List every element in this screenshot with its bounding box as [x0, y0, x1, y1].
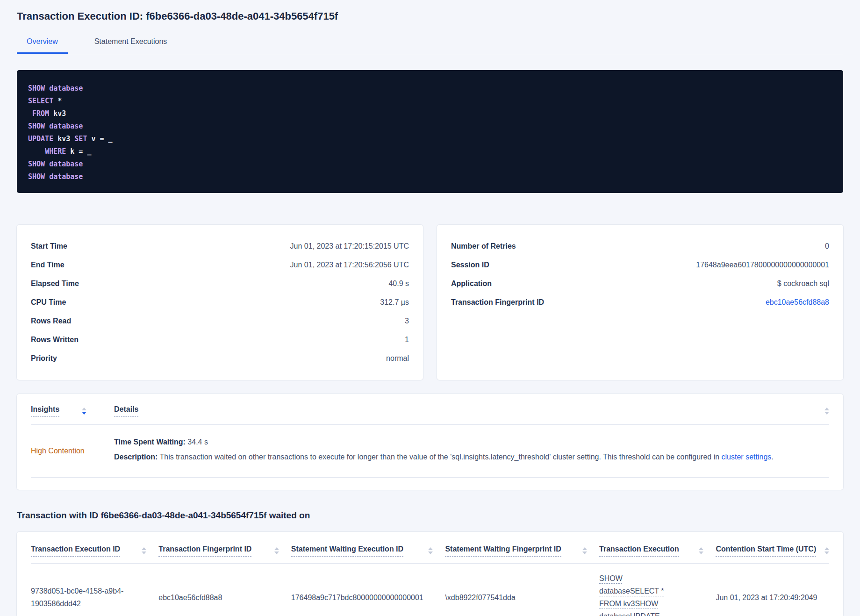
description-line: Description: This transaction waited on … [114, 451, 829, 463]
start-time-label: Start Time [31, 237, 67, 256]
description-label: Description: [114, 453, 158, 461]
sql-statement-line: UPDATE kv3 SET v = _ [28, 133, 832, 145]
tab-statement-executions[interactable]: Statement Executions [85, 34, 177, 54]
rows-written-value: 1 [405, 330, 409, 349]
page-title: Transaction Execution ID: f6be6366-da03-… [17, 10, 843, 22]
elapsed-time-value: 40.9 s [388, 274, 409, 293]
transaction-details-page: Transaction Execution ID: f6be6366-da03-… [0, 0, 860, 616]
cpu-time-label: CPU Time [31, 293, 66, 312]
transaction-execution-column-label[interactable]: Transaction Execution [599, 545, 679, 557]
sort-arrows-icon[interactable] [142, 547, 146, 554]
cell-contention-start-time: Jun 01, 2023 at 17:20:49:2049 [716, 591, 829, 604]
tab-overview[interactable]: Overview [17, 34, 68, 54]
sort-arrows-icon[interactable] [428, 547, 433, 554]
column-header-statement-waiting-execution-id: Statement Waiting Execution ID [291, 545, 445, 557]
details-column-label[interactable]: Details [114, 405, 138, 417]
start-time-value: Jun 01, 2023 at 17:20:15:2015 UTC [290, 237, 409, 256]
cluster-settings-link[interactable]: cluster settings [722, 453, 772, 461]
sql-statements-box: SHOW databaseSELECT * FROM kv3SHOW datab… [17, 70, 843, 193]
priority-label: Priority [31, 349, 57, 368]
kv-row-application: Application $ cockroach sql [451, 274, 829, 293]
application-value: $ cockroach sql [777, 274, 829, 293]
time-spent-waiting-label: Time Spent Waiting: [114, 438, 186, 446]
priority-value: normal [386, 349, 409, 368]
insights-column-label[interactable]: Insights [31, 405, 59, 417]
statement-waiting-fingerprint-id-column-label[interactable]: Statement Waiting Fingerprint ID [445, 545, 561, 557]
kv-row-start-time: Start Time Jun 01, 2023 at 17:20:15:2015… [31, 237, 409, 256]
retries-label: Number of Retries [451, 237, 516, 256]
column-header-contention-start-time: Contention Start Time (UTC) [716, 545, 829, 557]
sort-arrows-icon[interactable] [699, 547, 703, 554]
transaction-fingerprint-id-column-label[interactable]: Transaction Fingerprint ID [158, 545, 251, 557]
sort-arrows-icon[interactable] [824, 547, 829, 554]
cell-transaction-execution-id: 9738d051-bc0e-4158-a9b4-1903586ddd42 [31, 585, 158, 610]
retries-value: 0 [825, 237, 829, 256]
contention-start-time-column-label[interactable]: Contention Start Time (UTC) [716, 545, 816, 557]
statement-waiting-execution-id-column-label[interactable]: Statement Waiting Execution ID [291, 545, 403, 557]
insights-table: Insights Details High Contention Time Sp… [17, 394, 843, 490]
description-suffix: . [771, 453, 773, 461]
kv-row-elapsed-time: Elapsed Time 40.9 s [31, 274, 409, 293]
waited-on-heading: Transaction with ID f6be6366-da03-48de-a… [17, 510, 843, 521]
kv-row-end-time: End Time Jun 01, 2023 at 17:20:56:2056 U… [31, 256, 409, 274]
column-header-transaction-execution: Transaction Execution [599, 545, 716, 557]
kv-row-transaction-fingerprint-id: Transaction Fingerprint ID ebc10ae56cfd8… [451, 293, 829, 312]
kv-row-priority: Priority normal [31, 349, 409, 368]
summary-cards: Start Time Jun 01, 2023 at 17:20:15:2015… [17, 225, 843, 380]
kv-row-cpu-time: CPU Time 312.7 µs [31, 293, 409, 312]
time-spent-waiting-value: 34.4 s [186, 438, 208, 446]
column-header-statement-waiting-fingerprint-id: Statement Waiting Fingerprint ID [445, 545, 599, 557]
insights-table-header: Insights Details [31, 394, 829, 425]
rows-written-label: Rows Written [31, 330, 79, 349]
transaction-execution-id-column-label[interactable]: Transaction Execution ID [31, 545, 120, 557]
kv-row-rows-written: Rows Written 1 [31, 330, 409, 349]
sql-statement-line: SHOW database [28, 158, 832, 171]
sql-statement-line: WHERE k = _ [28, 145, 832, 158]
cell-transaction-execution: SHOW databaseSELECT * FROM kv3SHOW datab… [599, 572, 716, 616]
sql-statement-line: SELECT * [28, 95, 832, 107]
sql-statement-line: SHOW database [28, 120, 832, 133]
description-text: This transaction waited on other transac… [158, 453, 721, 461]
sql-statement-line: SHOW database [28, 171, 832, 183]
elapsed-time-label: Elapsed Time [31, 274, 79, 293]
column-header-transaction-fingerprint-id: Transaction Fingerprint ID [158, 545, 291, 557]
sort-arrows-icon[interactable] [824, 408, 829, 415]
sql-statement-line: FROM kv3 [28, 107, 832, 120]
insights-column-header: Insights [31, 405, 114, 417]
tab-bar: Overview Statement Executions [17, 34, 843, 54]
kv-row-session-id: Session ID 17648a9eea6017800000000000000… [451, 256, 829, 274]
rows-read-label: Rows Read [31, 312, 71, 330]
rows-read-value: 3 [405, 312, 409, 330]
table-row: 9738d051-bc0e-4158-a9b4-1903586ddd42 ebc… [31, 564, 829, 616]
cell-transaction-fingerprint-id: ebc10ae56cfd88a8 [158, 591, 291, 604]
session-id-label: Session ID [451, 256, 489, 274]
insight-row: High Contention Time Spent Waiting: 34.4… [31, 425, 829, 478]
kv-row-rows-read: Rows Read 3 [31, 312, 409, 330]
application-label: Application [451, 274, 492, 293]
cpu-time-value: 312.7 µs [380, 293, 409, 312]
sort-arrows-icon[interactable] [582, 547, 587, 554]
sql-statement-line: SHOW database [28, 82, 832, 95]
cell-statement-waiting-execution-id: 176498a9c717bdc80000000000000001 [291, 591, 445, 604]
timing-card: Start Time Jun 01, 2023 at 17:20:15:2015… [17, 225, 423, 380]
cell-statement-waiting-fingerprint-id: \xdb8922f077541dda [445, 591, 599, 604]
waited-on-table-header: Transaction Execution ID Transaction Fin… [31, 532, 829, 564]
end-time-value: Jun 01, 2023 at 17:20:56:2056 UTC [290, 256, 409, 274]
session-card: Number of Retries 0 Session ID 17648a9ee… [437, 225, 843, 380]
end-time-label: End Time [31, 256, 64, 274]
transaction-fingerprint-id-link[interactable]: ebc10ae56cfd88a8 [766, 293, 829, 312]
time-spent-waiting-line: Time Spent Waiting: 34.4 s [114, 436, 829, 448]
transaction-fingerprint-id-label: Transaction Fingerprint ID [451, 293, 544, 312]
column-header-transaction-execution-id: Transaction Execution ID [31, 545, 158, 557]
session-id-value: 17648a9eea6017800000000000000001 [696, 256, 829, 274]
insight-details-cell: Time Spent Waiting: 34.4 s Description: … [114, 436, 829, 466]
waited-on-table: Transaction Execution ID Transaction Fin… [17, 532, 843, 616]
transaction-execution-statements-link[interactable]: SHOW databaseSELECT * FROM kv3SHOW datab… [599, 572, 679, 616]
sort-arrows-icon[interactable] [274, 547, 279, 554]
kv-row-retries: Number of Retries 0 [451, 237, 829, 256]
insight-type-badge: High Contention [31, 436, 114, 466]
sort-arrows-icon[interactable] [82, 408, 86, 415]
